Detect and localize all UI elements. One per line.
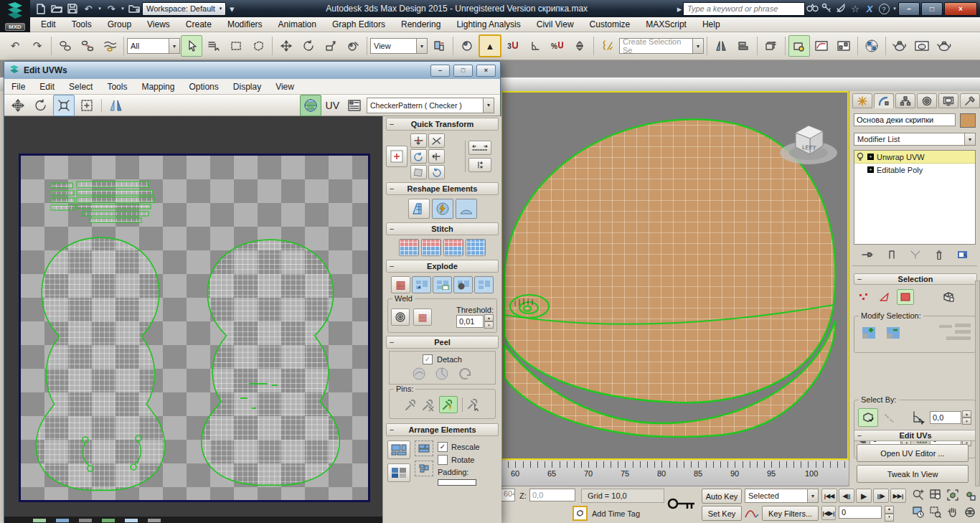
mirror-button[interactable] xyxy=(710,35,732,57)
selection-rollout-header[interactable]: −Selection xyxy=(854,273,977,285)
subscription-icon[interactable] xyxy=(834,3,848,15)
texture-list-options-icon[interactable] xyxy=(344,95,365,116)
show-end-result-icon[interactable] xyxy=(887,250,896,260)
menu-civil-view[interactable]: Civil View xyxy=(529,17,582,32)
flatten-by-material-icon[interactable] xyxy=(453,276,473,293)
zoom-extents-button[interactable] xyxy=(945,488,961,502)
uvws-menu-mapping[interactable]: Mapping xyxy=(134,80,182,94)
align-rotate-cw-icon[interactable] xyxy=(410,149,427,164)
ignore-backfacing-toggle[interactable] xyxy=(881,410,898,425)
space-vertical-icon[interactable] xyxy=(468,158,491,172)
polygon-mode-button[interactable] xyxy=(897,289,914,305)
stitch-custom-icon[interactable] xyxy=(399,239,419,256)
align-vertical-icon[interactable] xyxy=(428,149,445,164)
uvws-menu-tools[interactable]: Tools xyxy=(100,80,134,94)
stitch-to-source-icon[interactable] xyxy=(443,239,463,256)
edit-uvws-title-bar[interactable]: Edit UVWs – □ × xyxy=(4,62,500,79)
uvws-close-button[interactable]: × xyxy=(476,65,496,77)
stitch-header[interactable]: −Stitch xyxy=(386,222,499,235)
project-folder-button[interactable] xyxy=(126,2,142,15)
uvws-menu-options[interactable]: Options xyxy=(182,80,225,94)
zoom-all-button[interactable] xyxy=(928,488,943,502)
angle-spinner[interactable]: 0,0 ▲▾ xyxy=(930,410,971,425)
key-mode-dropdown[interactable]: Selected▾ xyxy=(745,489,819,503)
rotate-checkbox[interactable] xyxy=(438,455,448,465)
uv-move-button[interactable] xyxy=(7,95,29,116)
communication-key-icon[interactable] xyxy=(819,3,834,15)
uvws-maximize-button[interactable]: □ xyxy=(453,65,473,77)
exchange-apps-icon[interactable]: X xyxy=(862,4,877,14)
uvws-menu-edit[interactable]: Edit xyxy=(32,80,62,94)
new-file-button[interactable] xyxy=(33,2,49,15)
vertex-mode-button[interactable] xyxy=(855,289,872,305)
edit-named-selection-sets-button[interactable] xyxy=(597,35,618,57)
reshape-elements-header[interactable]: −Reshape Elements xyxy=(386,182,499,195)
tab-utilities[interactable] xyxy=(960,93,980,108)
menu-help[interactable]: Help xyxy=(694,17,728,32)
schematic-view-button[interactable] xyxy=(833,35,854,57)
close-button[interactable]: × xyxy=(944,2,977,16)
menu-rendering[interactable]: Rendering xyxy=(393,17,448,32)
explode-header[interactable]: −Explode xyxy=(386,260,499,273)
auto-key-button[interactable]: Auto Key xyxy=(702,489,742,504)
time-configuration-button[interactable] xyxy=(910,505,926,519)
undo-dropdown-arrow[interactable]: ▾ xyxy=(96,2,103,15)
search-flyout-arrow[interactable]: ▸ xyxy=(676,2,683,15)
help-button[interactable]: ? xyxy=(877,3,891,15)
snaps-toggle-3d[interactable]: 3 xyxy=(502,35,524,57)
uv-scale-button[interactable] xyxy=(53,95,75,116)
unlink-selection-icon[interactable] xyxy=(77,35,98,57)
next-frame-button[interactable]: ||▶ xyxy=(873,489,889,503)
tab-hierarchy[interactable] xyxy=(895,93,915,108)
align-to-pivot-icon[interactable] xyxy=(386,146,407,167)
undo-button[interactable]: ↶ xyxy=(80,2,96,15)
select-and-link-icon[interactable] xyxy=(55,35,76,57)
timeline-ruler[interactable]: 60 65 70 75 80 85 90 95 100 xyxy=(501,461,849,486)
uvws-menu-view[interactable]: View xyxy=(268,80,301,94)
edge-mode-button[interactable] xyxy=(876,289,893,305)
remove-modifier-icon[interactable] xyxy=(935,250,943,260)
menu-edit[interactable]: Edit xyxy=(33,17,64,32)
pack-together-icon[interactable] xyxy=(387,463,410,482)
select-and-move-button[interactable] xyxy=(275,35,297,57)
object-name-field[interactable] xyxy=(854,113,956,126)
align-horizontal-icon[interactable] xyxy=(410,133,427,148)
layer-manager-button[interactable] xyxy=(760,35,782,57)
restore-button[interactable]: □ xyxy=(921,2,943,16)
detach-checkbox[interactable]: ✓ xyxy=(423,354,433,364)
play-button[interactable]: ▶ xyxy=(856,489,872,503)
relax-until-flat-icon[interactable] xyxy=(432,199,453,219)
peel-header[interactable]: −Peel xyxy=(386,336,499,349)
use-pivot-point-center-button[interactable] xyxy=(428,35,450,57)
perspective-viewport[interactable]: LEFT xyxy=(501,91,849,460)
go-to-end-button[interactable]: ▶▶| xyxy=(890,489,906,503)
pin-by-cursor-icon[interactable] xyxy=(467,398,480,411)
flatten-by-smoothing-icon[interactable] xyxy=(433,276,452,293)
select-by-name-button[interactable] xyxy=(203,35,225,57)
tab-modify[interactable] xyxy=(874,93,894,108)
pin-tool-icon[interactable] xyxy=(405,398,418,411)
edit-uvs-rollout-header[interactable]: −Edit UVs xyxy=(854,430,977,441)
grow-selection-button[interactable] xyxy=(859,324,879,342)
redo-button[interactable]: ↷ xyxy=(103,2,119,15)
previous-frame-button[interactable]: ◀|| xyxy=(839,489,854,503)
viewcube[interactable]: LEFT xyxy=(776,114,842,169)
zoom-extents-all-button[interactable] xyxy=(962,488,978,502)
go-to-start-button[interactable]: |◀◀ xyxy=(821,489,837,503)
relax-polygon-icon[interactable] xyxy=(408,199,430,219)
uv-mirror-button[interactable] xyxy=(105,95,127,116)
select-and-manipulate-button[interactable] xyxy=(342,35,364,57)
expand-icon[interactable]: + xyxy=(867,166,874,173)
padding-field-partial[interactable] xyxy=(438,479,476,486)
configure-modifier-sets-icon[interactable] xyxy=(957,250,969,260)
percent-snap-toggle[interactable]: % xyxy=(547,35,568,57)
texture-checker-dropdown[interactable]: CheckerPattern ( Checker )▾ xyxy=(367,98,494,113)
workspace-flyout-button[interactable]: ▾ xyxy=(226,2,237,15)
uvws-menu-file[interactable]: File xyxy=(4,80,32,94)
redo-scene-button[interactable]: ↷ xyxy=(27,35,48,57)
uv-canvas-background[interactable] xyxy=(4,116,382,523)
rearrange-pack-icon[interactable] xyxy=(415,461,433,476)
object-color-swatch[interactable] xyxy=(960,113,976,128)
tweak-in-view-button[interactable]: Tweak In View xyxy=(857,465,969,483)
uvws-minimize-button[interactable]: – xyxy=(430,65,450,77)
